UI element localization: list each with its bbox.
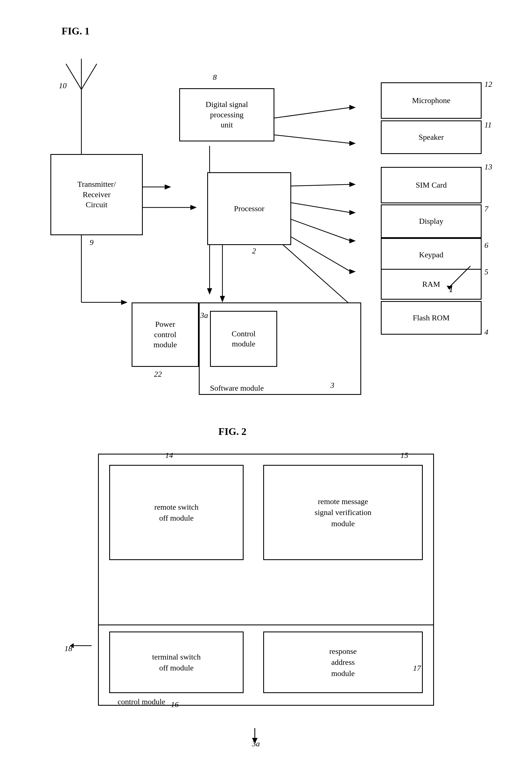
microphone-box: Microphone: [381, 82, 481, 119]
response-address-num-label: 17: [413, 664, 421, 673]
remote-message-box: remote message signal verification modul…: [263, 465, 423, 560]
simcard-box: SIM Card: [381, 167, 481, 203]
microphone-num-label: 12: [484, 80, 492, 89]
remote-switch-num-label: 14: [165, 451, 173, 460]
simcard-num-label: 13: [484, 162, 492, 171]
svg-marker-34: [220, 296, 225, 303]
svg-line-3: [82, 64, 97, 90]
svg-marker-30: [121, 300, 128, 305]
svg-line-35: [448, 266, 470, 288]
fig1-arrow-svg: [442, 260, 476, 294]
fig2-control-module-label: control module: [118, 697, 165, 706]
transmitter-num-label: 9: [90, 238, 94, 247]
svg-line-1: [66, 64, 82, 90]
page: FIG. 1: [0, 0, 532, 783]
terminal-switch-box: terminal switch off module: [109, 631, 244, 693]
response-address-box: response address module: [263, 631, 423, 693]
outer-num-label: 18: [64, 644, 72, 653]
fig2-ref-num-label: 3a: [252, 739, 260, 748]
keypad-num-label: 6: [484, 241, 488, 250]
flashrom-num-label: 4: [484, 327, 488, 337]
svg-marker-15: [349, 141, 356, 146]
display-box: Display: [381, 205, 481, 238]
dsp-num-label: 8: [213, 73, 217, 82]
svg-marker-7: [165, 184, 171, 189]
svg-marker-36: [447, 286, 452, 290]
svg-marker-23: [349, 269, 356, 274]
speaker-num-label: 11: [484, 120, 492, 129]
remote-switch-box: remote switch off module: [109, 465, 244, 560]
control-module-num-label: 3a: [200, 311, 208, 320]
fig1-label: FIG. 1: [62, 25, 90, 37]
fig2-divider: [98, 625, 434, 625]
svg-marker-9: [190, 205, 197, 210]
dsp-box: Digital signal processing unit: [179, 88, 274, 142]
flashrom-box: Flash ROM: [381, 301, 481, 335]
remote-message-num-label: 15: [400, 451, 408, 460]
svg-marker-21: [349, 238, 356, 243]
fig2-diagram: FIG. 2 remote switch off module 14 remot…: [22, 420, 510, 783]
software-num-label: 3: [331, 381, 334, 390]
speaker-box: Speaker: [381, 120, 481, 154]
power-control-num-label: 22: [154, 370, 162, 379]
ram-num-label: 5: [484, 268, 488, 276]
svg-marker-19: [349, 210, 356, 215]
terminal-switch-num-label: 16: [171, 700, 179, 709]
control-module-box: Control module: [210, 311, 277, 367]
transmitter-box: Transmitter/ Receiver Circuit: [51, 154, 143, 235]
processor-num-label: 2: [252, 246, 256, 255]
processor-box: Processor: [207, 172, 291, 245]
software-module-label: Software module: [210, 384, 264, 393]
svg-marker-13: [349, 105, 356, 110]
svg-marker-27: [207, 288, 212, 294]
fig1-diagram: FIG. 1: [22, 17, 510, 403]
display-num-label: 7: [484, 205, 488, 213]
antenna-num-label: 10: [59, 81, 67, 90]
svg-marker-17: [349, 182, 356, 187]
power-control-box: Power control module: [132, 303, 199, 367]
fig2-label: FIG. 2: [218, 426, 246, 437]
